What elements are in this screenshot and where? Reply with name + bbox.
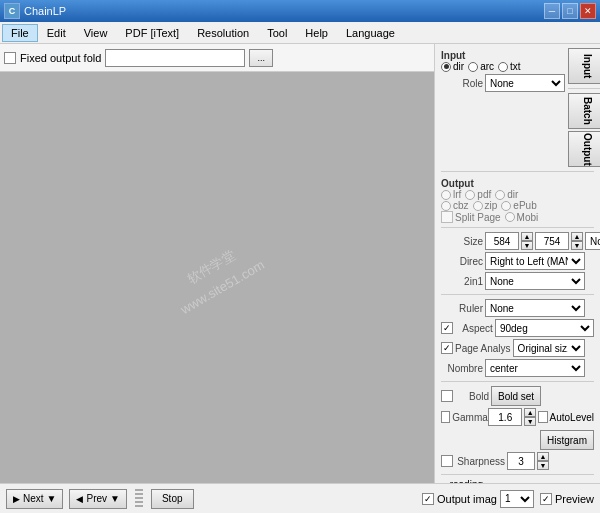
role-row: Role None: [441, 74, 565, 92]
sharpness-checkbox[interactable]: [441, 455, 453, 467]
radio-dir[interactable]: dir: [441, 61, 464, 72]
reading-title-row: reading: [441, 479, 594, 483]
preview-checkbox[interactable]: [540, 493, 552, 505]
sharpness-spin: ▲ ▼: [537, 452, 549, 470]
browse-button[interactable]: ...: [249, 49, 273, 67]
output-format-group2: cbz zip ePub: [441, 200, 594, 211]
autolevel-checkbox[interactable]: [538, 411, 547, 423]
input-output-buttons: Input Batch Output: [568, 48, 600, 167]
divider-2: [441, 227, 594, 228]
radio-dir2-label: dir: [507, 189, 518, 200]
size-height-input[interactable]: [535, 232, 569, 250]
pageanalys-label: Page Analys: [455, 343, 511, 354]
bold-row: Bold Bold set: [441, 386, 594, 406]
pageanalys-checkbox[interactable]: [441, 342, 453, 354]
nombre-select[interactable]: center: [485, 359, 585, 377]
size-mode-select[interactable]: Normal: [585, 232, 600, 250]
close-button[interactable]: ✕: [580, 3, 596, 19]
prev-icon: ◀: [76, 494, 83, 504]
twoinone-select[interactable]: None: [485, 272, 585, 290]
gamma-up[interactable]: ▲: [524, 408, 536, 417]
input-button[interactable]: Input: [568, 48, 600, 84]
bold-label: Bold: [455, 391, 489, 402]
aspect-select[interactable]: 90deg: [495, 319, 594, 337]
bold-checkbox[interactable]: [441, 390, 453, 402]
next-icon: ▶: [13, 494, 20, 504]
prev-button[interactable]: ◀ Prev ▼: [69, 489, 126, 509]
ruler-select[interactable]: None: [485, 299, 585, 317]
role-select[interactable]: None: [485, 74, 565, 92]
radio-arc[interactable]: arc: [468, 61, 494, 72]
app-icon: C: [4, 3, 20, 19]
fixed-output-label: Fixed output fold: [20, 52, 101, 64]
stop-button[interactable]: Stop: [151, 489, 194, 509]
divider-4: [441, 381, 594, 382]
output-img-checkbox[interactable]: [422, 493, 434, 505]
sharpness-input[interactable]: [507, 452, 535, 470]
menu-pdf[interactable]: PDF [iText]: [116, 24, 188, 42]
menu-resolution[interactable]: Resolution: [188, 24, 258, 42]
menu-language[interactable]: Language: [337, 24, 404, 42]
sharpness-up[interactable]: ▲: [537, 452, 549, 461]
radio-dir-circle[interactable]: [441, 62, 451, 72]
radio-epub: ePub: [501, 200, 536, 211]
size-height-up[interactable]: ▲: [571, 232, 583, 241]
minimize-button[interactable]: ─: [544, 3, 560, 19]
menu-file[interactable]: File: [2, 24, 38, 42]
ruler-label: Ruler: [441, 303, 483, 314]
input-section-label: Input: [441, 50, 565, 61]
gamma-spin: ▲ ▼: [524, 408, 536, 426]
pageanalys-select[interactable]: Original siz.: [513, 339, 585, 357]
twoinone-label: 2in1: [441, 276, 483, 287]
gamma-down[interactable]: ▼: [524, 417, 536, 426]
size-width-down[interactable]: ▼: [521, 241, 533, 250]
next-button[interactable]: ▶ Next ▼: [6, 489, 63, 509]
radio-zip-circle: [473, 201, 483, 211]
menu-help[interactable]: Help: [296, 24, 337, 42]
bold-set-button[interactable]: Bold set: [491, 386, 541, 406]
next-dropdown-icon[interactable]: ▼: [47, 493, 57, 504]
grip-handle: [135, 489, 143, 509]
output-img-select[interactable]: 1: [500, 490, 534, 508]
radio-txt-label: txt: [510, 61, 521, 72]
gamma-checkbox[interactable]: [441, 411, 450, 423]
radio-cbz: cbz: [441, 200, 469, 211]
radio-dir-label: dir: [453, 61, 464, 72]
preview-label: Preview: [555, 493, 594, 505]
radio-lrf-label: lrf: [453, 189, 461, 200]
radio-cbz-label: cbz: [453, 200, 469, 211]
menu-tool[interactable]: Tool: [258, 24, 296, 42]
direc-select[interactable]: Right to Left (MANGA): [485, 252, 585, 270]
fixed-output-checkbox[interactable]: [4, 52, 16, 64]
sharpness-down[interactable]: ▼: [537, 461, 549, 470]
sharpness-row: Sharpness ▲ ▼: [441, 452, 594, 470]
window-title: ChainLP: [24, 5, 544, 17]
aspect-checkbox[interactable]: [441, 322, 453, 334]
gamma-row: Gamma ▲ ▼ AutoLevel: [441, 408, 594, 426]
prev-dropdown-icon[interactable]: ▼: [110, 493, 120, 504]
maximize-button[interactable]: □: [562, 3, 578, 19]
batch-button[interactable]: Batch: [568, 93, 600, 129]
pageanalys-row: Page Analys Original siz.: [441, 339, 594, 357]
histgram-button[interactable]: Histgram: [540, 430, 594, 450]
menu-edit[interactable]: Edit: [38, 24, 75, 42]
fixed-output-input[interactable]: [105, 49, 245, 67]
output-format-group: lrf pdf dir: [441, 189, 594, 200]
output-button[interactable]: Output: [568, 131, 600, 167]
size-height-down[interactable]: ▼: [571, 241, 583, 250]
next-label: Next: [23, 493, 44, 504]
size-width-up[interactable]: ▲: [521, 232, 533, 241]
radio-txt[interactable]: txt: [498, 61, 521, 72]
radio-txt-circle[interactable]: [498, 62, 508, 72]
radio-epub-label: ePub: [513, 200, 536, 211]
main-area: Fixed output fold ... 软件学堂 www.site51.co…: [0, 44, 600, 483]
size-width-spin: ▲ ▼: [521, 232, 533, 250]
input-output-row: Input dir arc txt Role: [441, 48, 594, 167]
radio-arc-circle[interactable]: [468, 62, 478, 72]
role-label: Role: [441, 78, 483, 89]
menu-view[interactable]: View: [75, 24, 117, 42]
preview-row: Preview: [540, 493, 594, 505]
gamma-input[interactable]: [488, 408, 522, 426]
direc-row: Direc Right to Left (MANGA): [441, 252, 594, 270]
size-width-input[interactable]: [485, 232, 519, 250]
